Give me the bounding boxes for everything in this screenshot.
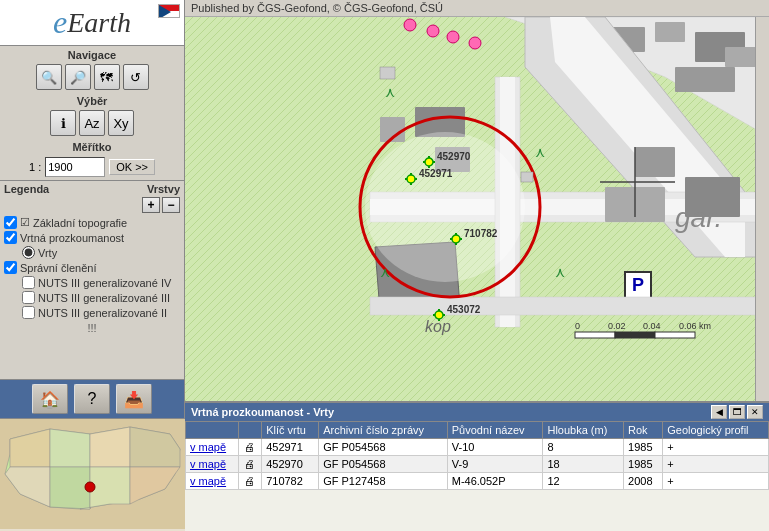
vyber-az-btn[interactable]: Az	[79, 110, 105, 136]
cell-klic-2: 452970	[262, 456, 319, 473]
cell-profil-3: +	[663, 473, 769, 490]
logo-earth: Earth	[67, 7, 131, 39]
vyber-info-btn[interactable]: ℹ	[50, 110, 76, 136]
cell-icon-1: 🖨	[238, 439, 261, 456]
layer-zakladni-checkbox[interactable]	[4, 216, 17, 229]
layer-nuts3-name: NUTS III generalizované III	[38, 292, 170, 304]
cell-hloubka-2: 18	[543, 456, 624, 473]
cell-puvodni-3: M-46.052P	[447, 473, 543, 490]
table-row: v mapě 🖨 710782 GF P127458 M-46.052P 12 …	[186, 473, 769, 490]
minimap	[0, 418, 185, 531]
svg-rect-69	[615, 332, 655, 338]
svg-point-62	[452, 235, 460, 243]
add-layer-btn[interactable]: +	[142, 197, 160, 213]
cell-archivni-1: GF P054568	[319, 439, 448, 456]
layer-nuts2: NUTS III generalizované II	[22, 305, 180, 320]
layer-nuts2-name: NUTS III generalizované II	[38, 307, 167, 319]
panel-close-btn[interactable]: ✕	[747, 405, 763, 419]
more-indicator: !!!	[4, 320, 180, 336]
col-rok: Rok	[624, 422, 663, 439]
svg-text:710782: 710782	[464, 228, 498, 239]
layer-zakladni: ☑ Základní topografie	[4, 215, 180, 230]
cell-klic-3: 710782	[262, 473, 319, 490]
panel-size-btn[interactable]: 🗖	[729, 405, 745, 419]
layer-spravni-checkbox[interactable]	[4, 261, 17, 274]
cell-rok-2: 1985	[624, 456, 663, 473]
cell-puvodni-2: V-9	[447, 456, 543, 473]
svg-rect-22	[655, 22, 685, 42]
cell-klic-1: 452971	[262, 439, 319, 456]
help-btn[interactable]: ?	[74, 384, 110, 414]
map-header: Published by ČGS-Geofond, © ČGS-Geofond,…	[185, 0, 769, 17]
svg-text:⋏: ⋏	[555, 264, 565, 280]
layer-spravni-name: Správní členění	[20, 262, 96, 274]
table-row: v mapě 🖨 452970 GF P054568 V-9 18 1985 +	[186, 456, 769, 473]
svg-marker-7	[50, 429, 90, 467]
svg-rect-79	[380, 67, 395, 79]
svg-text:453072: 453072	[447, 304, 481, 315]
remove-layer-btn[interactable]: −	[162, 197, 180, 213]
data-panel-header: Vrtná prozkoumanost - Vrty ◀ 🗖 ✕	[185, 403, 769, 421]
nav-refresh-btn[interactable]: ↺	[123, 64, 149, 90]
svg-text:⋏: ⋏	[385, 84, 395, 100]
layer-vrtna-checkbox[interactable]	[4, 231, 17, 244]
layer-nuts4-checkbox[interactable]	[22, 276, 35, 289]
layer-vrty-name: Vrty	[38, 247, 57, 259]
svg-point-14	[85, 482, 95, 492]
map-link-2[interactable]: v mapě	[190, 458, 226, 470]
svg-point-54	[425, 158, 433, 166]
svg-text:kop: kop	[425, 318, 451, 335]
nav-zoom-out-btn[interactable]: 🔎	[65, 64, 91, 90]
layer-vrtna-name: Vrtná prozkoumanost	[20, 232, 124, 244]
col-klic: Klíč vrtu	[262, 422, 319, 439]
panel-controls: ◀ 🗖 ✕	[711, 405, 763, 419]
map-link-3[interactable]: v mapě	[190, 475, 226, 487]
layer-nuts4-name: NUTS III generalizované IV	[38, 277, 171, 289]
svg-point-66	[435, 311, 443, 319]
bottom-nav: 🏠 ? 📥	[0, 379, 184, 418]
logo: e Earth	[2, 4, 182, 41]
panel-back-btn[interactable]: ◀	[711, 405, 727, 419]
map-link-1[interactable]: v mapě	[190, 441, 226, 453]
svg-marker-11	[50, 467, 90, 509]
col-icon	[238, 422, 261, 439]
svg-text:0.04: 0.04	[643, 321, 661, 331]
svg-text:0.06 km: 0.06 km	[679, 321, 711, 331]
col-puvodni: Původní název	[447, 422, 543, 439]
col-archivni: Archivní číslo zprávy	[319, 422, 448, 439]
meritko-label: Měřítko	[0, 141, 184, 153]
layer-vrty-radio[interactable]	[22, 246, 35, 259]
cell-archivni-2: GF P054568	[319, 456, 448, 473]
col-hloubka: Hloubka (m)	[543, 422, 624, 439]
layer-vrty: Vrty	[22, 245, 180, 260]
vyber-toolbar: ℹ Az Xy	[0, 110, 184, 136]
map-area[interactable]: gar. P kop 452970	[185, 17, 769, 401]
cell-profil-1: +	[663, 439, 769, 456]
sidebar: e Earth Navigace 🔍 🔎 🗺 ↺ Výběr ℹ Az Xy M…	[0, 0, 185, 531]
data-table: Klíč vrtu Archivní číslo zprávy Původní …	[185, 421, 769, 490]
vyber-xy-btn[interactable]: Xy	[108, 110, 134, 136]
svg-text:⋏: ⋏	[380, 264, 390, 280]
scale-input[interactable]	[45, 157, 105, 177]
svg-point-50	[447, 31, 459, 43]
cell-rok-3: 2008	[624, 473, 663, 490]
nav-zoom-in-btn[interactable]: 🔍	[36, 64, 62, 90]
ok-button[interactable]: OK >>	[109, 159, 155, 175]
minimap-svg	[0, 419, 185, 529]
svg-text:gar.: gar.	[675, 202, 722, 233]
layer-nuts2-checkbox[interactable]	[22, 306, 35, 319]
nav-map-btn[interactable]: 🗺	[94, 64, 120, 90]
layer-nuts3-checkbox[interactable]	[22, 291, 35, 304]
download-btn[interactable]: 📥	[116, 384, 152, 414]
svg-rect-24	[675, 67, 735, 92]
scrollbar[interactable]	[755, 17, 769, 401]
svg-point-51	[469, 37, 481, 49]
cell-profil-2: +	[663, 456, 769, 473]
cell-maplink: v mapě	[186, 439, 239, 456]
col-profil: Geologický profil	[663, 422, 769, 439]
home-btn[interactable]: 🏠	[32, 384, 68, 414]
cell-archivni-3: GF P127458	[319, 473, 448, 490]
layer-vrtna: Vrtná prozkoumanost	[4, 230, 180, 245]
svg-point-49	[427, 25, 439, 37]
svg-text:0.02: 0.02	[608, 321, 626, 331]
